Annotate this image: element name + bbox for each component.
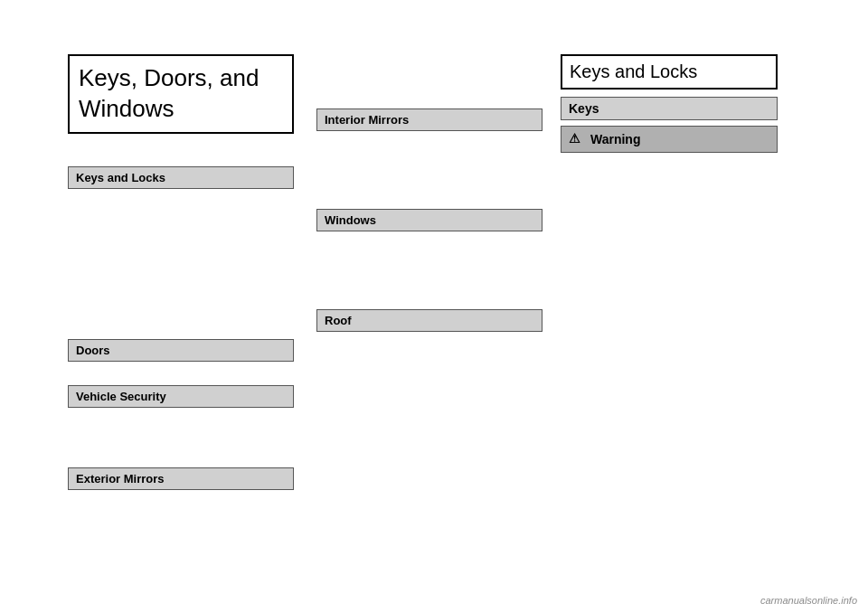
exterior-mirrors-label[interactable]: Exterior Mirrors [68,467,294,490]
warning-icon: ⚠ [569,131,585,147]
left-column: Keys, Doors, and Windows Keys and Locks … [0,0,298,613]
windows-label[interactable]: Windows [316,209,542,231]
right-section-title: Keys and Locks [561,54,778,90]
main-section-title: Keys, Doors, and Windows [68,54,294,134]
warning-text: Warning [590,132,640,146]
keys-and-locks-label[interactable]: Keys and Locks [68,166,294,189]
roof-label[interactable]: Roof [316,309,542,332]
right-column: Keys and Locks Keys ⚠ Warning [542,0,814,613]
middle-column: Interior Mirrors Windows Roof [298,0,542,613]
vehicle-security-label[interactable]: Vehicle Security [68,385,294,408]
page-container: Keys, Doors, and Windows Keys and Locks … [0,0,868,613]
doors-label[interactable]: Doors [68,339,294,362]
interior-mirrors-label[interactable]: Interior Mirrors [316,108,542,131]
warning-label[interactable]: ⚠ Warning [561,126,778,153]
watermark: carmanualsonline.info [760,595,857,606]
keys-label[interactable]: Keys [561,97,778,120]
